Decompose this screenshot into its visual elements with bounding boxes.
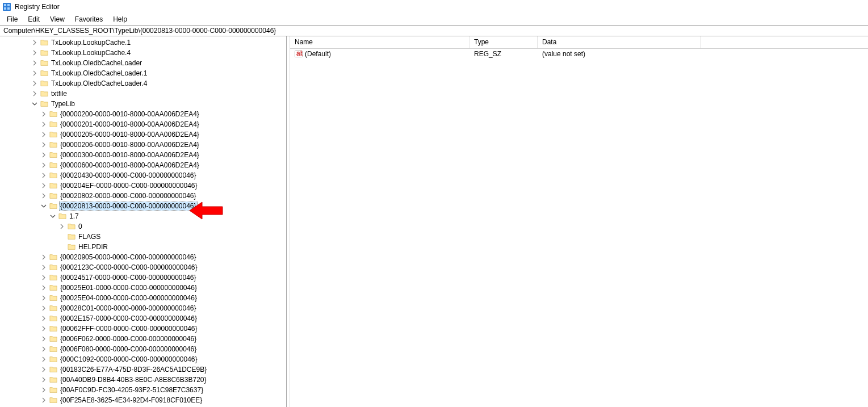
menu-item-file[interactable]: File bbox=[2, 14, 22, 24]
folder-icon bbox=[49, 120, 58, 128]
column-header-data[interactable]: Data bbox=[538, 36, 701, 48]
tree-row[interactable]: {0002E157-0000-0000-C000-000000000046} bbox=[0, 313, 286, 324]
tree-row[interactable]: {00F25AE8-3625-4E34-92D4-F0918CF010EE} bbox=[0, 395, 286, 405]
tree-label: txtfile bbox=[50, 90, 68, 98]
tree-row[interactable]: 0 bbox=[0, 221, 286, 232]
tree-row[interactable]: {00000600-0000-0010-8000-00AA006D2EA4} bbox=[0, 160, 286, 170]
address-bar[interactable]: Computer\HKEY_CLASSES_ROOT\TypeLib\{0002… bbox=[0, 25, 868, 36]
tree-row[interactable]: TxLookup.OledbCacheLoader bbox=[0, 58, 286, 68]
tree-row[interactable]: txtfile bbox=[0, 89, 286, 99]
tree-row[interactable]: {0002123C-0000-0000-C000-000000000046} bbox=[0, 262, 286, 272]
chevron-right-icon[interactable] bbox=[40, 182, 48, 190]
column-header-name[interactable]: Name bbox=[290, 36, 469, 48]
tree-row[interactable]: {00024517-0000-0000-C000-000000000046} bbox=[0, 272, 286, 283]
chevron-right-icon[interactable] bbox=[40, 253, 48, 261]
chevron-right-icon[interactable] bbox=[40, 110, 48, 118]
tree-row[interactable]: {00020813-0000-0000-C000-000000000046} bbox=[0, 201, 286, 211]
tree-row[interactable]: TxLookup.OledbCacheLoader.4 bbox=[0, 78, 286, 89]
chevron-right-icon[interactable] bbox=[40, 386, 48, 394]
chevron-right-icon[interactable] bbox=[58, 223, 66, 230]
menu-item-edit[interactable]: Edit bbox=[23, 14, 44, 24]
cell-type: REG_SZ bbox=[469, 50, 538, 58]
folder-icon bbox=[49, 182, 58, 190]
chevron-right-icon[interactable] bbox=[40, 304, 48, 312]
chevron-right-icon[interactable] bbox=[31, 90, 39, 98]
menu-item-favorites[interactable]: Favorites bbox=[70, 14, 107, 24]
tree-row[interactable]: {00025E01-0000-0000-C000-000000000046} bbox=[0, 283, 286, 293]
tree-row[interactable]: HELPDIR bbox=[0, 242, 286, 252]
chevron-right-icon[interactable] bbox=[40, 171, 48, 179]
tree-row[interactable]: {0006F062-0000-0000-C000-000000000046} bbox=[0, 334, 286, 344]
tree-label: {00024517-0000-0000-C000-000000000046} bbox=[59, 274, 198, 282]
chevron-right-icon[interactable] bbox=[31, 59, 39, 67]
tree-label: TxLookup.OledbCacheLoader bbox=[50, 59, 143, 67]
tree-row[interactable]: {00025E04-0000-0000-C000-000000000046} bbox=[0, 293, 286, 303]
chevron-right-icon[interactable] bbox=[31, 79, 39, 87]
tree-row[interactable]: {00000206-0000-0010-8000-00AA006D2EA4} bbox=[0, 140, 286, 150]
tree-row[interactable]: {00A40DB9-D8B4-40B3-8E0C-A8E8C6B3B720} bbox=[0, 375, 286, 385]
tree-row[interactable]: {000C1092-0000-0000-C000-000000000046} bbox=[0, 354, 286, 364]
tree-row[interactable]: {00183C26-E77A-475D-8D3F-26AC5A1DCE9B} bbox=[0, 364, 286, 375]
tree-row[interactable]: TxLookup.LookupCache.4 bbox=[0, 48, 286, 58]
chevron-down-icon[interactable] bbox=[40, 202, 48, 210]
column-header-type[interactable]: Type bbox=[469, 36, 538, 48]
tree-row[interactable]: {00028C01-0000-0000-0000-000000000046} bbox=[0, 303, 286, 313]
chevron-right-icon[interactable] bbox=[40, 335, 48, 343]
cell-name: (Default) bbox=[290, 50, 469, 58]
tree-label: {00183C26-E77A-475D-8D3F-26AC5A1DCE9B} bbox=[59, 366, 208, 374]
tree-row[interactable]: 1.7 bbox=[0, 211, 286, 221]
tree-row[interactable]: {00000201-0000-0010-8000-00AA006D2EA4} bbox=[0, 119, 286, 129]
chevron-right-icon[interactable] bbox=[40, 314, 48, 322]
tree-row[interactable]: {00AF0C9D-FC30-4205-93F2-51C98E7C3637} bbox=[0, 385, 286, 395]
tree-row[interactable]: {00000300-0000-0010-8000-00AA006D2EA4} bbox=[0, 150, 286, 160]
chevron-right-icon[interactable] bbox=[40, 284, 48, 292]
chevron-right-icon[interactable] bbox=[40, 396, 48, 404]
values-panel: Name Type Data (Default)REG_SZ(value not… bbox=[290, 36, 868, 407]
tree-row[interactable]: TxLookup.LookupCache.1 bbox=[0, 37, 286, 48]
tree-row[interactable]: {00020430-0000-0000-C000-000000000046} bbox=[0, 170, 286, 181]
tree-row[interactable]: FLAGS bbox=[0, 232, 286, 242]
chevron-right-icon[interactable] bbox=[40, 294, 48, 302]
values-list[interactable]: (Default)REG_SZ(value not set) bbox=[290, 49, 868, 407]
chevron-right-icon[interactable] bbox=[40, 131, 48, 139]
chevron-right-icon[interactable] bbox=[40, 263, 48, 271]
registry-tree[interactable]: TxLookup.LookupCache.1TxLookup.LookupCac… bbox=[0, 36, 286, 405]
tree-row[interactable]: {00000200-0000-0010-8000-00AA006D2EA4} bbox=[0, 109, 286, 119]
chevron-right-icon[interactable] bbox=[40, 192, 48, 200]
tree-label: {00025E01-0000-0000-C000-000000000046} bbox=[59, 284, 198, 292]
tree-label: {0006F080-0000-0000-C000-000000000046} bbox=[59, 345, 198, 353]
chevron-right-icon[interactable] bbox=[40, 325, 48, 333]
chevron-right-icon[interactable] bbox=[40, 355, 48, 363]
tree-label: {0006F062-0000-0000-C000-000000000046} bbox=[59, 335, 198, 343]
tree-row[interactable]: {00062FFF-0000-0000-C000-000000000046} bbox=[0, 324, 286, 334]
chevron-right-icon[interactable] bbox=[40, 120, 48, 128]
chevron-right-icon[interactable] bbox=[31, 39, 39, 47]
list-row[interactable]: (Default)REG_SZ(value not set) bbox=[290, 49, 868, 59]
string-value-icon bbox=[295, 50, 303, 58]
content-area: TxLookup.LookupCache.1TxLookup.LookupCac… bbox=[0, 36, 868, 407]
chevron-right-icon[interactable] bbox=[31, 69, 39, 77]
tree-row[interactable]: TxLookup.OledbCacheLoader.1 bbox=[0, 68, 286, 78]
chevron-right-icon[interactable] bbox=[40, 141, 48, 149]
folder-icon bbox=[49, 376, 58, 384]
tree-row[interactable]: {00020905-0000-0000-C000-000000000046} bbox=[0, 252, 286, 262]
chevron-down-icon[interactable] bbox=[31, 100, 39, 108]
chevron-right-icon[interactable] bbox=[40, 151, 48, 159]
tree-label: {00000205-0000-0010-8000-00AA006D2EA4} bbox=[59, 131, 200, 139]
tree-row[interactable]: {00000205-0000-0010-8000-00AA006D2EA4} bbox=[0, 129, 286, 140]
tree-row[interactable]: {0006F080-0000-0000-C000-000000000046} bbox=[0, 344, 286, 354]
app-icon bbox=[2, 2, 11, 11]
chevron-right-icon[interactable] bbox=[31, 49, 39, 57]
chevron-right-icon[interactable] bbox=[40, 274, 48, 282]
chevron-right-icon[interactable] bbox=[40, 366, 48, 374]
folder-icon bbox=[58, 212, 67, 220]
chevron-right-icon[interactable] bbox=[40, 161, 48, 169]
tree-row[interactable]: {000204EF-0000-0000-C000-000000000046} bbox=[0, 181, 286, 191]
menu-item-view[interactable]: View bbox=[45, 14, 69, 24]
chevron-right-icon[interactable] bbox=[40, 376, 48, 384]
tree-row[interactable]: TypeLib bbox=[0, 99, 286, 109]
chevron-down-icon[interactable] bbox=[49, 212, 57, 220]
tree-row[interactable]: {00020802-0000-0000-C000-000000000046} bbox=[0, 191, 286, 201]
menu-item-help[interactable]: Help bbox=[108, 14, 132, 24]
chevron-right-icon[interactable] bbox=[40, 345, 48, 353]
